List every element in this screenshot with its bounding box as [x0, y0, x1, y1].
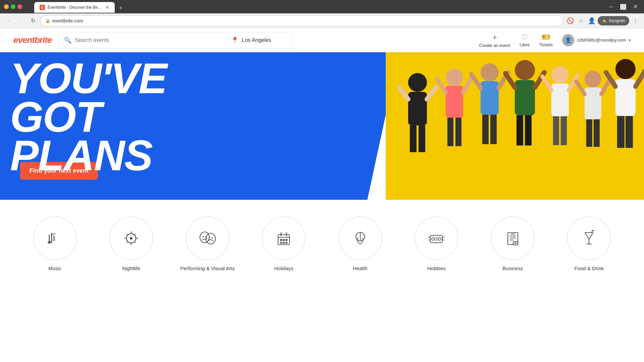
- svg-point-57: [200, 232, 209, 243]
- svg-rect-70: [280, 242, 282, 244]
- svg-line-3: [427, 87, 436, 99]
- minimize-icon[interactable]: ─: [606, 2, 616, 11]
- profile-icon[interactable]: 👤: [587, 16, 596, 25]
- page: eventbrite 🔍 📍 Los Angeles ＋ Create an e…: [0, 28, 644, 285]
- categories-grid: Music: [20, 217, 624, 271]
- svg-point-0: [408, 73, 427, 92]
- category-health[interactable]: Health: [325, 217, 395, 271]
- svg-point-77: [438, 238, 441, 240]
- category-hobbies[interactable]: Hobbies: [402, 217, 472, 271]
- svg-rect-34: [586, 119, 592, 147]
- svg-line-39: [636, 71, 644, 86]
- svg-line-32: [576, 81, 585, 94]
- site-header: eventbrite 🔍 📍 Los Angeles ＋ Create an e…: [0, 28, 644, 52]
- close-icon[interactable]: ✕: [631, 2, 640, 11]
- svg-rect-41: [626, 116, 633, 148]
- svg-line-54: [135, 234, 136, 235]
- tab-close-button[interactable]: ✕: [105, 5, 109, 10]
- svg-point-52: [130, 237, 132, 240]
- search-bar: 🔍 📍 Los Angeles: [58, 32, 293, 48]
- hero-banner: YOU'VE GOT PLANS Find your next event: [0, 52, 644, 200]
- logo[interactable]: eventbrite: [13, 35, 52, 45]
- address-bar[interactable]: 🔒 eventbrite.com: [40, 15, 563, 26]
- ticket-icon: 🎫: [541, 33, 550, 42]
- svg-rect-37: [615, 79, 636, 116]
- tab-favicon: E: [40, 5, 45, 10]
- svg-rect-19: [515, 80, 535, 115]
- category-holidays[interactable]: Holidays: [249, 217, 319, 271]
- category-holidays-circle: [262, 217, 306, 260]
- header-actions: ＋ Create an event ♡ Likes 🎫 Tickets 👤 c2…: [479, 32, 631, 48]
- location-value: Los Angeles: [242, 37, 271, 43]
- people-svg: [386, 52, 644, 200]
- close-window-button[interactable]: [17, 4, 22, 9]
- svg-rect-17: [490, 115, 497, 144]
- user-menu[interactable]: 👤 c2b6586c@moodjoy.com ▾: [562, 34, 631, 46]
- tab-title: Eventbrite - Discover the Best L...: [48, 5, 103, 10]
- categories-section: Music: [0, 200, 644, 285]
- category-holidays-label: Holidays: [274, 265, 293, 271]
- minimize-button[interactable]: [4, 4, 9, 9]
- search-input[interactable]: [75, 37, 220, 43]
- svg-line-56: [135, 242, 136, 243]
- hero-left: YOU'VE GOT PLANS Find your next event: [0, 52, 399, 200]
- avatar: 👤: [562, 34, 574, 46]
- browser-titlebar: E Eventbrite - Discover the Best L... ✕ …: [0, 0, 644, 13]
- location-wrap[interactable]: 📍 Los Angeles: [226, 37, 293, 44]
- svg-point-76: [432, 238, 434, 240]
- category-hobbies-label: Hobbies: [427, 265, 446, 271]
- svg-point-12: [481, 63, 499, 81]
- chevron-down-icon: ▾: [629, 38, 631, 43]
- category-arts-circle: [186, 217, 229, 260]
- svg-point-18: [515, 60, 535, 80]
- refresh-button[interactable]: ↻: [28, 16, 38, 25]
- incognito-button[interactable]: 🕵 Incognito: [598, 16, 629, 25]
- category-business[interactable]: Business: [478, 217, 548, 271]
- likes-action[interactable]: ♡ Likes: [520, 33, 530, 47]
- forward-button[interactable]: ›: [16, 16, 25, 25]
- svg-rect-71: [283, 242, 285, 244]
- category-food-drink[interactable]: Food & Drink: [554, 217, 624, 271]
- svg-point-24: [551, 66, 569, 83]
- headline-line1: YOU'VE: [10, 59, 167, 98]
- url-display: eventbrite.com: [52, 18, 558, 23]
- nightlife-icon: [123, 230, 140, 247]
- category-arts[interactable]: Performing & Visual Arts: [173, 217, 243, 271]
- visibility-off-icon[interactable]: 🚫: [566, 16, 575, 25]
- restore-icon[interactable]: ⬜: [619, 2, 628, 11]
- category-nightlife[interactable]: Nightlife: [97, 217, 166, 271]
- svg-line-55: [126, 242, 128, 243]
- create-event-action[interactable]: ＋ Create an event: [479, 32, 511, 48]
- new-tab-button[interactable]: +: [116, 3, 125, 13]
- browser-toolbar: ‹ › ↻ 🔒 eventbrite.com 🚫 ☆ 👤 🕵 Incognito…: [0, 13, 644, 28]
- category-music-label: Music: [48, 265, 61, 271]
- svg-rect-40: [617, 116, 625, 148]
- svg-rect-13: [481, 81, 499, 115]
- svg-line-8: [437, 79, 446, 93]
- back-button[interactable]: ‹: [4, 16, 13, 25]
- headline-line3: PLANS: [10, 136, 167, 175]
- category-food-drink-circle: [567, 217, 611, 260]
- music-icon: [47, 230, 63, 247]
- bookmark-star-icon[interactable]: ☆: [576, 16, 586, 25]
- svg-rect-29: [561, 116, 567, 145]
- maximize-button[interactable]: [11, 4, 15, 9]
- tickets-action[interactable]: 🎫 Tickets: [539, 33, 553, 47]
- svg-rect-22: [517, 115, 523, 145]
- incognito-hat-icon: 🕵: [602, 18, 607, 23]
- category-music[interactable]: Music: [20, 217, 90, 271]
- category-health-circle: [338, 217, 382, 260]
- user-email: c2b6586c@moodjoy.com: [577, 38, 626, 43]
- menu-icon[interactable]: ⋮: [631, 16, 640, 25]
- category-hobbies-circle: [415, 217, 458, 260]
- plus-icon: ＋: [491, 32, 498, 42]
- active-tab[interactable]: E Eventbrite - Discover the Best L... ✕: [34, 2, 115, 13]
- business-icon: [504, 230, 521, 247]
- svg-point-36: [615, 59, 636, 79]
- svg-rect-16: [482, 115, 489, 144]
- svg-rect-4: [410, 125, 417, 152]
- svg-rect-35: [594, 119, 600, 147]
- category-nightlife-label: Nightlife: [122, 265, 140, 271]
- svg-point-61: [209, 237, 210, 239]
- headline-line2: GOT: [10, 98, 167, 136]
